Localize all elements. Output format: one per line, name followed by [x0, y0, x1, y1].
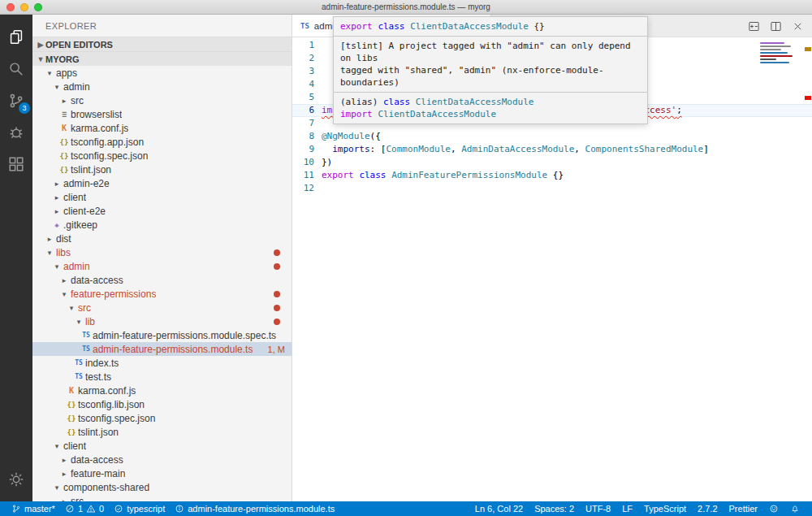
tree-folder-admin-e2e[interactable]: ▸admin-e2e [32, 176, 292, 190]
tree-folder-admin[interactable]: ▾admin [32, 259, 292, 273]
hover-import-definition: import ClientDataAccessModule [340, 108, 641, 120]
code-line-8: 8@NgModule({ [292, 130, 812, 143]
modified-dot-indicator [274, 249, 280, 256]
tree-file-tslint.json[interactable]: {}tslint.json [32, 163, 292, 176]
line-number[interactable]: 5 [292, 91, 322, 104]
tree-file-tsconfig.lib.json[interactable]: {}tsconfig.lib.json [32, 397, 292, 411]
settings-gear-icon[interactable] [0, 463, 32, 495]
code-line-10: 10}) [292, 156, 812, 169]
tree-file-.gitkeep[interactable]: ◈.gitkeep [32, 218, 292, 232]
tree-file-browserslist[interactable]: ≡browserslist [32, 107, 292, 121]
line-number[interactable]: 4 [292, 78, 322, 91]
tree-folder-components-shared[interactable]: ▾components-shared [32, 480, 292, 494]
code-line-12: 12 [292, 182, 812, 195]
tree-folder-feature-permissions[interactable]: ▾feature-permissions [32, 287, 292, 301]
tree-file-tsconfig.spec.json[interactable]: {}tsconfig.spec.json [32, 411, 292, 425]
tree-file-index.ts[interactable]: TSindex.ts [32, 356, 292, 370]
tree-item-label: dist [56, 233, 71, 245]
tree-folder-data-access[interactable]: ▸data-access [32, 273, 292, 287]
line-number[interactable]: 9 [292, 143, 322, 156]
lint-message-line: tagged with "shared", "admin" (nx-enforc… [340, 64, 641, 89]
zoom-window-button[interactable] [34, 3, 42, 11]
tree-file-tsconfig.spec.json[interactable]: {}tsconfig.spec.json [32, 149, 292, 163]
tree-item-label: tslint.json [78, 427, 119, 438]
cursor-position-status[interactable]: Ln 6, Col 22 [469, 501, 529, 516]
tree-folder-src[interactable]: ▸src [32, 494, 292, 501]
active-file-status[interactable]: admin-feature-permissions.module.ts [170, 501, 339, 516]
chevron-right-icon: ▶ [36, 41, 45, 49]
line-number[interactable]: 10 [292, 156, 322, 169]
line-number[interactable]: 2 [292, 52, 322, 65]
tree-folder-admin[interactable]: ▾admin [32, 80, 292, 93]
indentation-status[interactable]: Spaces: 2 [529, 501, 580, 516]
tree-folder-client-e2e[interactable]: ▸client-e2e [32, 204, 292, 218]
line-number[interactable]: 3 [292, 65, 322, 78]
line-number[interactable]: 8 [292, 130, 322, 143]
linter-status[interactable]: typescript [109, 501, 170, 516]
code-token: {} [547, 170, 564, 180]
overview-ruler[interactable] [804, 15, 812, 501]
editor-actions [748, 15, 804, 37]
line-number[interactable]: 11 [292, 169, 322, 182]
tree-folder-client[interactable]: ▸client [32, 190, 292, 204]
search-icon[interactable] [0, 53, 32, 85]
close-editor-icon[interactable] [792, 20, 804, 33]
tree-folder-dist[interactable]: ▸dist [32, 232, 292, 245]
tree-folder-lib[interactable]: ▾lib [32, 314, 292, 328]
tree-file-karma.conf.js[interactable]: Kkarma.conf.js [32, 384, 292, 397]
debug-icon[interactable] [0, 116, 32, 148]
open-changes-icon[interactable] [748, 20, 760, 33]
minimap[interactable] [760, 42, 799, 63]
tree-folder-src[interactable]: ▾src [32, 301, 292, 314]
chevron-down-icon: ▾ [50, 262, 63, 271]
typescript-version-status[interactable]: 2.7.2 [692, 501, 723, 516]
close-window-button[interactable] [6, 3, 15, 11]
source-control-icon[interactable]: 3 [0, 85, 32, 116]
code-token: AdminFeaturePermissionsModule [391, 170, 547, 180]
tree-folder-apps[interactable]: ▾apps [32, 66, 292, 80]
problems-status[interactable]: 1 0 [60, 501, 109, 516]
language-mode-status[interactable]: TypeScript [638, 501, 692, 516]
chevron-right-icon: ▸ [58, 456, 71, 464]
tree-folder-feature-main[interactable]: ▸feature-main [32, 466, 292, 480]
modified-dot-indicator [274, 319, 280, 325]
notifications-bell-icon[interactable] [784, 501, 806, 516]
code-token: imports [332, 144, 369, 154]
tree-file-tslint.json[interactable]: {}tslint.json [32, 425, 292, 439]
chevron-right-icon: ▸ [43, 235, 56, 243]
tree-item-label: feature-permissions [71, 288, 156, 300]
git-status-badge: 1, M [268, 345, 285, 354]
line-number[interactable]: 1 [292, 39, 322, 52]
line-content: imports: [CommonModule, AdminDataAccessM… [322, 143, 709, 156]
chevron-down-icon: ▼ [36, 55, 45, 63]
karma-file-icon: K [65, 386, 78, 395]
tree-file-admin-feature-permissions.module.spec.ts[interactable]: TSadmin-feature-permissions.module.spec.… [32, 328, 292, 342]
encoding-status[interactable]: UTF-8 [580, 501, 616, 516]
line-number[interactable]: 7 [292, 117, 322, 130]
tree-file-karma.conf.js[interactable]: Kkarma.conf.js [32, 121, 292, 135]
tree-folder-client[interactable]: ▾client [32, 439, 292, 453]
explorer-icon[interactable] [0, 21, 32, 53]
tree-file-admin-feature-permissions.module.ts[interactable]: TSadmin-feature-permissions.module.ts1, … [32, 342, 292, 356]
formatter-status[interactable]: Prettier [723, 501, 763, 516]
tree-item-label: tslint.json [71, 164, 111, 176]
tree-file-tsconfig.app.json[interactable]: {}tsconfig.app.json [32, 135, 292, 149]
minimize-window-button[interactable] [20, 3, 28, 11]
line-number[interactable]: 12 [292, 182, 322, 195]
git-branch-status[interactable]: master* [6, 501, 60, 516]
split-editor-icon[interactable] [770, 20, 782, 33]
workspace-root-section[interactable]: ▼ MYORG [32, 51, 292, 66]
tree-folder-data-access[interactable]: ▸data-access [32, 453, 292, 466]
feedback-smiley-icon[interactable] [763, 501, 784, 516]
tree-folder-src[interactable]: ▸src [32, 93, 292, 107]
tree-folder-libs[interactable]: ▾libs [32, 245, 292, 259]
code-token: CommonModule [386, 144, 450, 154]
eol-status[interactable]: LF [616, 501, 638, 516]
tree-item-label: test.ts [85, 371, 111, 383]
open-editors-section[interactable]: ▶ OPEN EDITORS [32, 37, 292, 51]
line-number[interactable]: 6 [292, 104, 322, 117]
json-file-icon: {} [58, 152, 71, 160]
code-token: class [378, 21, 404, 32]
tree-file-test.ts[interactable]: TStest.ts [32, 370, 292, 384]
extensions-icon[interactable] [0, 148, 32, 180]
